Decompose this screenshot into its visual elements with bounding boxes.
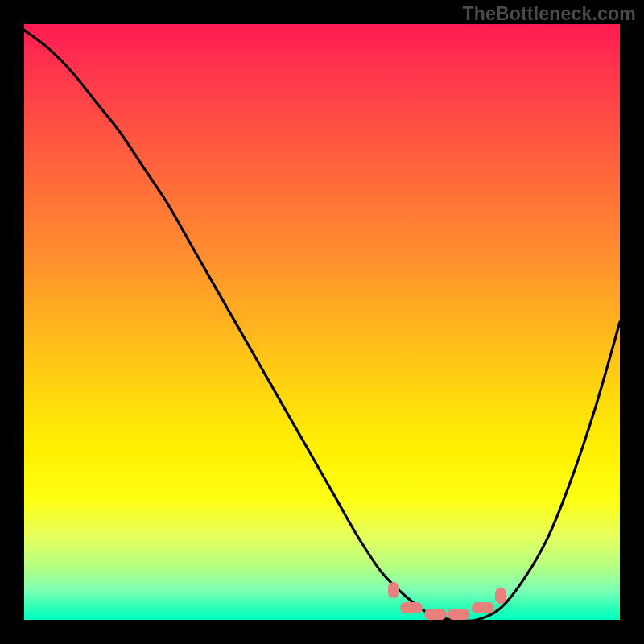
valley-marker <box>448 609 470 620</box>
valley-marker <box>388 582 399 598</box>
watermark-text: TheBottleneck.com <box>462 3 636 25</box>
curve-layer <box>24 24 620 620</box>
bottleneck-curve <box>24 30 620 620</box>
valley-marker <box>495 588 506 604</box>
chart-frame: TheBottleneck.com <box>0 0 644 644</box>
valley-marker <box>400 602 423 613</box>
valley-marker <box>424 609 447 620</box>
plot-area <box>24 24 620 620</box>
valley-marker <box>472 602 494 613</box>
